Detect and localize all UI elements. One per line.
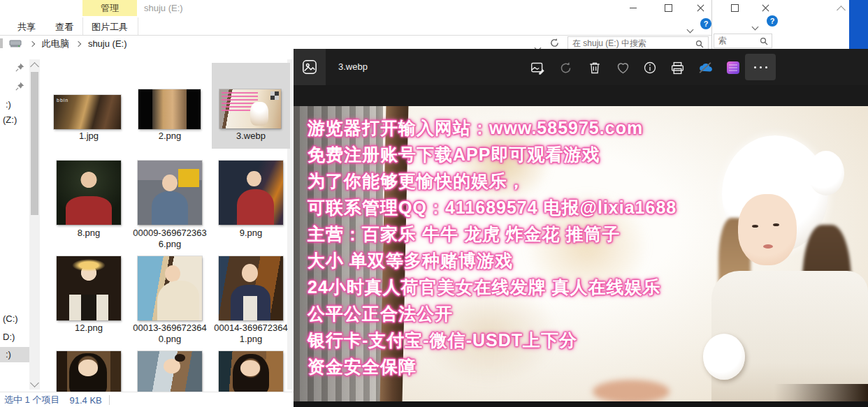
file-thumbnail[interactable]: [57, 351, 121, 398]
onedrive-paused-icon[interactable]: [697, 60, 713, 75]
overlay-line: 资金安全保障: [308, 353, 860, 380]
scroll-down-icon[interactable]: [30, 378, 39, 387]
search-input[interactable]: 索: [714, 34, 772, 48]
collapse-ribbon-icon[interactable]: [688, 22, 693, 35]
sidebar-item-drive-d[interactable]: D:): [3, 332, 15, 342]
overlay-line: 游览器打开输入网站：www.585975.com: [308, 114, 860, 141]
photos-app-icon-tile[interactable]: [294, 49, 326, 85]
file-thumbnail[interactable]: [219, 256, 283, 320]
photo-viewer-image[interactable]: 游览器打开输入网站：www.585975.com 免费注册账号下载APP即可观看…: [294, 106, 868, 401]
edit-image-icon[interactable]: [530, 60, 545, 75]
status-divider: [109, 395, 110, 405]
thumbnail-figure: [157, 281, 200, 320]
file-thumbnail[interactable]: bbin: [54, 95, 121, 129]
scrollbar-thumb[interactable]: [31, 72, 38, 215]
file-name[interactable]: 2.png: [131, 131, 209, 142]
minimize-button[interactable]: [621, 0, 646, 15]
file-thumbnail[interactable]: [138, 256, 202, 320]
overlay-line: 免费注册账号下载APP即可观看游戏: [308, 141, 860, 168]
file-thumbnail[interactable]: [219, 161, 283, 225]
overlay-line: 可联系管理QQ：411689574 电报@lixia1688: [308, 194, 860, 221]
selection-size: 91.4 KB: [69, 395, 101, 406]
file-name[interactable]: 00009-3696723636.png: [131, 228, 209, 250]
breadcrumb-this-pc[interactable]: 此电脑: [42, 38, 69, 49]
file-name[interactable]: 12.png: [50, 323, 128, 334]
breadcrumb-current-folder[interactable]: shuju (E:): [88, 38, 127, 49]
help-icon[interactable]: ?: [700, 18, 711, 29]
overlay-line: 为了你能够更愉快的娱乐，: [308, 168, 860, 194]
file-name[interactable]: 00013-3696723640.png: [131, 323, 209, 345]
breadcrumb-chevron-icon: [75, 41, 81, 47]
print-icon[interactable]: [670, 60, 685, 75]
clipchamp-icon[interactable]: [725, 60, 741, 75]
thumbnail-figure: [162, 175, 178, 191]
maximize-button[interactable]: [722, 0, 747, 15]
info-icon[interactable]: [642, 60, 658, 75]
rotate-icon[interactable]: [558, 60, 573, 75]
background-explorer-window: ? 索: [711, 0, 850, 49]
photos-bottom-bar: [294, 401, 868, 407]
desktop-strip: [849, 0, 868, 49]
overlay-line: 主营：百家乐 牛牛 龙虎 炸金花 推筒子: [308, 221, 860, 247]
file-thumbnail[interactable]: [138, 161, 202, 225]
file-thumbnail[interactable]: [57, 161, 121, 225]
more-dot: [754, 66, 756, 68]
close-button[interactable]: [753, 0, 778, 15]
drive-icon: [9, 39, 22, 48]
sidebar-scrollbar[interactable]: [29, 59, 40, 390]
photo-woman-leg: [593, 380, 670, 401]
selection-count: 选中 1 个项目: [4, 394, 59, 406]
thumbnail-figure: [243, 296, 257, 320]
file-thumbnail-selected[interactable]: [219, 89, 281, 128]
thumbnail-figure: [69, 295, 108, 320]
more-dot: [760, 66, 762, 68]
file-thumbnail[interactable]: [138, 89, 201, 129]
overlay-line: 大小 单双等多种赌博游戏: [308, 247, 860, 274]
collapse-ribbon-icon[interactable]: [753, 20, 758, 32]
close-button[interactable]: [688, 0, 713, 15]
breadcrumb-chevron-icon: [29, 41, 35, 47]
search-placeholder: 在 shuju (E:) 中搜索: [568, 38, 695, 50]
scroll-up-icon[interactable]: [837, 6, 846, 15]
see-more-button[interactable]: [745, 54, 776, 80]
thumbnail-figure: [152, 191, 188, 225]
scroll-up-icon[interactable]: [30, 62, 39, 71]
file-name[interactable]: 3.webp: [212, 131, 290, 142]
favorite-heart-icon[interactable]: [615, 60, 630, 75]
file-thumbnail[interactable]: [57, 256, 121, 320]
tab-view[interactable]: 查看: [46, 19, 82, 35]
thumbnail-figure: [78, 360, 98, 376]
ribbon-divider: [0, 35, 711, 36]
thumbnail-figure: [247, 171, 261, 186]
file-name[interactable]: 8.png: [50, 228, 128, 239]
delete-icon[interactable]: [587, 60, 602, 75]
sidebar-item-label: :): [6, 349, 11, 360]
thumbnail-figure: [165, 265, 180, 282]
photos-app-icon: [302, 59, 317, 75]
maximize-button[interactable]: [656, 0, 681, 15]
search-placeholder: 索: [714, 35, 760, 47]
search-icon[interactable]: [760, 37, 768, 45]
tab-share[interactable]: 共享: [8, 19, 45, 35]
file-thumbnail[interactable]: [219, 351, 283, 398]
thumbnail-text: bbin: [57, 98, 68, 103]
photos-file-title: 3.webp: [338, 61, 368, 72]
sidebar-item-drive-e-selected[interactable]: :): [0, 347, 29, 362]
photo-shadow: [774, 384, 868, 401]
thumbnail-sign: [178, 169, 199, 187]
search-icon[interactable]: [695, 40, 704, 48]
sidebar-item-drive-z[interactable]: (Z:): [3, 114, 17, 125]
photos-title-bar: 3.webp: [294, 49, 868, 85]
sidebar-item-drive-c[interactable]: (C:): [3, 313, 18, 324]
help-icon[interactable]: ?: [767, 15, 778, 27]
file-thumbnail[interactable]: [138, 351, 202, 398]
file-name[interactable]: 00014-3696723641.png: [212, 323, 290, 345]
file-name[interactable]: 9.png: [212, 228, 290, 239]
ribbon-context-tab-manage[interactable]: 管理: [82, 0, 137, 16]
refresh-icon[interactable]: [549, 38, 560, 48]
sidebar-item-drive[interactable]: :): [6, 99, 11, 110]
thumbnail-figure: [237, 189, 274, 225]
overlay-line: 24小时真人荷官美女在线发牌 真人在线娱乐: [308, 274, 860, 300]
breadcrumb[interactable]: 此电脑 shuju (E:): [25, 38, 127, 50]
file-name[interactable]: 1.jpg: [50, 131, 128, 142]
